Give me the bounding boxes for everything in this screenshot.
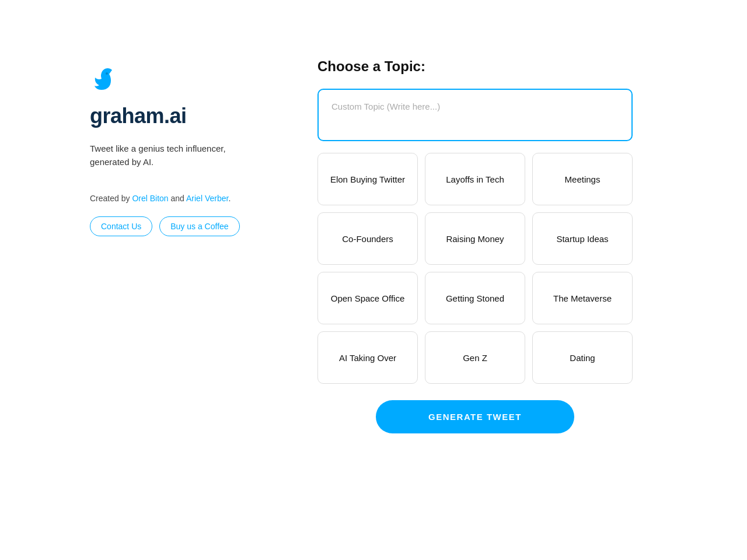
creator-suffix: . [228, 194, 231, 203]
custom-topic-input[interactable] [317, 89, 633, 141]
tagline: Tweet like a genius tech influencer, gen… [90, 142, 247, 169]
contact-us-button[interactable]: Contact Us [90, 216, 152, 236]
buy-coffee-button[interactable]: Buy us a Coffee [159, 216, 239, 236]
topic-card-dating[interactable]: Dating [532, 331, 633, 384]
topic-card-getting-stoned[interactable]: Getting Stoned [425, 272, 525, 324]
creator-link-1[interactable]: Orel Biton [132, 194, 168, 203]
topics-grid: Elon Buying TwitterLayoffs in TechMeetin… [317, 153, 633, 384]
topic-card-raising-money[interactable]: Raising Money [425, 212, 525, 265]
topic-card-open-space-office[interactable]: Open Space Office [317, 272, 418, 324]
topic-card-meetings[interactable]: Meetings [532, 153, 633, 205]
logo-icon [90, 64, 118, 92]
creator-prefix: Created by [90, 194, 132, 203]
generate-tweet-button[interactable]: GENERATE TWEET [376, 400, 574, 433]
topic-card-gen-z[interactable]: Gen Z [425, 331, 525, 384]
topic-card-startup-ideas[interactable]: Startup Ideas [532, 212, 633, 265]
creator-credit: Created by Orel Biton and Ariel Verber. [90, 192, 247, 205]
sidebar: graham.ai Tweet like a genius tech influ… [90, 58, 247, 236]
action-buttons: Contact Us Buy us a Coffee [90, 216, 247, 236]
topic-card-co-founders[interactable]: Co-Founders [317, 212, 418, 265]
topic-card-elon-buying-twitter[interactable]: Elon Buying Twitter [317, 153, 418, 205]
section-title: Choose a Topic: [317, 58, 633, 75]
creator-connector: and [169, 194, 186, 203]
topic-card-ai-taking-over[interactable]: AI Taking Over [317, 331, 418, 384]
svg-point-0 [106, 72, 108, 75]
main-content: Choose a Topic: Elon Buying TwitterLayof… [317, 58, 633, 433]
topic-card-layoffs-in-tech[interactable]: Layoffs in Tech [425, 153, 525, 205]
topic-card-the-metaverse[interactable]: The Metaverse [532, 272, 633, 324]
logo-text: graham.ai [90, 104, 247, 128]
creator-link-2[interactable]: Ariel Verber [186, 194, 228, 203]
